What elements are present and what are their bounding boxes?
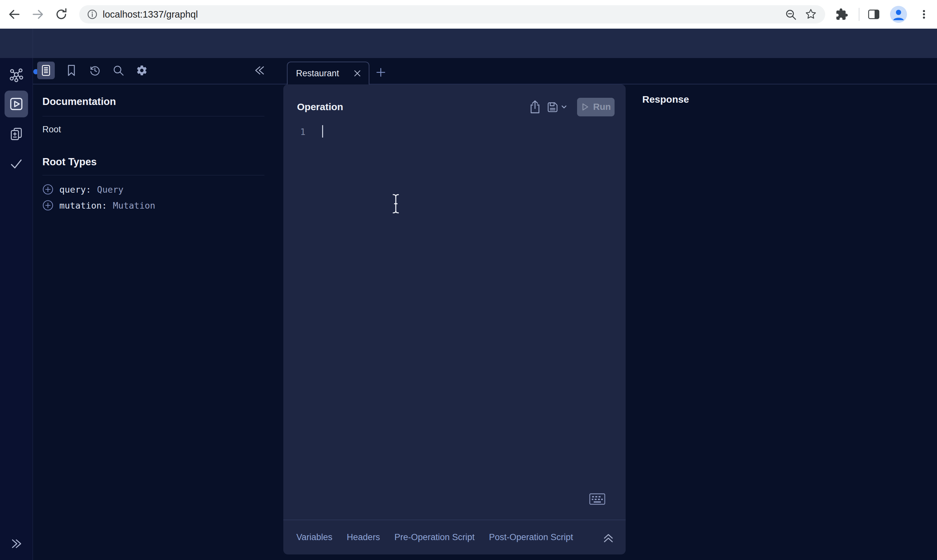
expand-chevrons-icon[interactable]	[8, 536, 24, 552]
apollo-toolbar: A SANDBOX http://localhost:1337/gra... P…	[0, 29, 937, 58]
query-type-link[interactable]: Query	[97, 185, 123, 195]
root-types-title: Root Types	[42, 156, 97, 168]
schema-graph-icon[interactable]	[8, 68, 24, 83]
extensions-icon[interactable]	[835, 7, 849, 22]
save-button-group[interactable]	[546, 100, 567, 114]
url-text[interactable]: localhost:1337/graphql	[103, 9, 198, 20]
root-type-row-mutation[interactable]: mutation: Mutation	[42, 198, 155, 213]
mutation-field-name[interactable]: mutation:	[59, 200, 107, 211]
workspace: Documentation Root Root Types query: Que…	[0, 58, 937, 560]
zoom-out-icon[interactable]	[784, 8, 797, 21]
editor-caret	[322, 125, 323, 138]
documentation-panel: Documentation Root Root Types query: Que…	[33, 58, 281, 560]
toolbar-divider	[32, 29, 33, 58]
play-icon	[581, 102, 589, 111]
keyboard-shortcuts-icon[interactable]	[589, 493, 605, 505]
doc-root-link[interactable]: Root	[42, 125, 61, 135]
new-tab-icon[interactable]	[374, 66, 387, 79]
checks-icon[interactable]	[8, 156, 24, 172]
collapse-chevrons-icon[interactable]	[253, 63, 267, 78]
history-icon[interactable]	[88, 63, 102, 78]
mutation-type-link[interactable]: Mutation	[113, 200, 155, 211]
tab-restaurant[interactable]: Restaurant	[287, 62, 369, 85]
tab-label[interactable]: Restaurant	[296, 68, 352, 78]
query-field-name[interactable]: query:	[59, 185, 91, 195]
collapse-up-icon[interactable]	[602, 531, 615, 544]
response-title: Response	[642, 94, 689, 105]
info-icon[interactable]	[86, 8, 98, 20]
changelog-icon[interactable]	[8, 126, 24, 142]
reload-icon[interactable]	[54, 7, 68, 22]
operation-header: Operation Run	[283, 85, 626, 129]
profile-avatar[interactable]	[890, 6, 907, 23]
documentation-title: Documentation	[42, 96, 116, 108]
kebab-menu-icon[interactable]	[917, 7, 931, 22]
run-label: Run	[593, 102, 611, 112]
operation-panel: Operation Run 1	[283, 85, 626, 554]
drawer-headers[interactable]: Headers	[347, 532, 380, 542]
app-screen: localhost:1337/graphql A SANDBOX	[0, 0, 937, 560]
search-icon[interactable]	[111, 63, 126, 78]
bookmark-icon[interactable]	[64, 63, 78, 78]
drawer-variables[interactable]: Variables	[296, 532, 332, 542]
address-bar[interactable]: localhost:1337/graphql	[79, 5, 825, 23]
documentation-icon[interactable]	[37, 62, 55, 79]
close-icon[interactable]	[352, 68, 362, 78]
line-number: 1	[297, 127, 306, 137]
text-cursor	[390, 193, 402, 214]
doc-divider-2	[42, 175, 265, 175]
forward-icon[interactable]	[31, 7, 45, 22]
add-mutation-icon[interactable]	[42, 200, 54, 211]
operation-drawer: Variables Headers Pre-Operation Script P…	[283, 520, 626, 554]
explorer-icon[interactable]	[5, 91, 28, 117]
root-type-row-query[interactable]: query: Query	[42, 182, 123, 197]
drawer-post-operation-script[interactable]: Post-Operation Script	[489, 532, 573, 542]
add-query-icon[interactable]	[42, 184, 54, 195]
star-icon[interactable]	[804, 8, 817, 21]
settings-icon[interactable]	[135, 63, 149, 78]
back-icon[interactable]	[7, 7, 22, 22]
run-button[interactable]: Run	[577, 98, 615, 116]
side-panel-icon[interactable]	[866, 7, 881, 22]
share-icon[interactable]	[528, 99, 543, 114]
chrome-divider	[859, 8, 859, 21]
drawer-pre-operation-script[interactable]: Pre-Operation Script	[394, 532, 475, 542]
save-icon[interactable]	[546, 100, 559, 114]
left-rail	[0, 58, 33, 560]
chevron-down-icon[interactable]	[561, 104, 567, 109]
browser-chrome: localhost:1337/graphql	[0, 0, 937, 29]
operation-title: Operation	[297, 102, 528, 112]
